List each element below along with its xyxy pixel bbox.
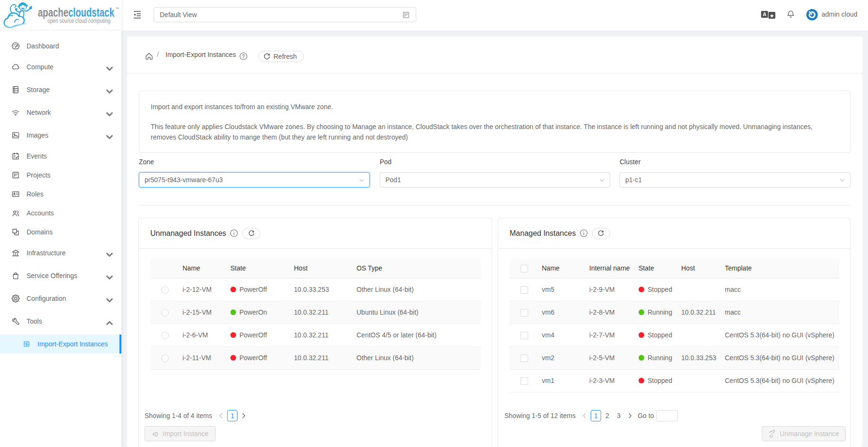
svg-text:open source cloud computing: open source cloud computing (47, 17, 110, 24)
svg-text:A: A (763, 11, 767, 17)
svg-text:★: ★ (769, 13, 774, 19)
svg-text:™: ™ (115, 7, 119, 11)
